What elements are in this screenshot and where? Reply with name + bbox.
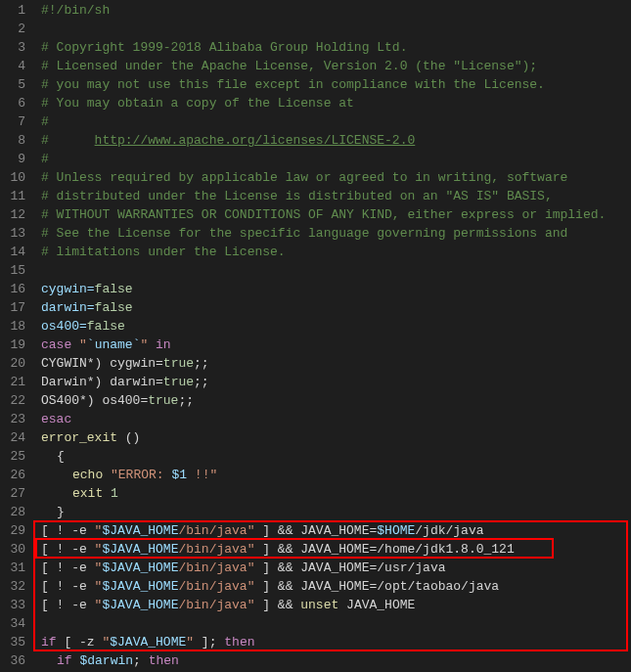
code-line: [ ! -e "$JAVA_HOME/bin/java" ] && JAVA_H… (41, 540, 631, 559)
code-line (41, 20, 631, 38)
line-number: 7 (0, 112, 25, 131)
code-line: # you may not use this file except in co… (41, 75, 631, 94)
line-number: 19 (0, 336, 25, 354)
code-line: # (41, 112, 631, 131)
line-number: 32 (0, 577, 25, 596)
line-number: 12 (0, 205, 25, 224)
comment: # limitations under the License. (41, 245, 286, 259)
line-number: 6 (0, 94, 25, 112)
code-line: { (41, 447, 631, 466)
line-number: 18 (0, 317, 25, 336)
line-number: 34 (0, 614, 25, 633)
code-line: OS400*) os400=true;; (41, 391, 631, 410)
code-line (41, 261, 631, 280)
code-line: # See the License for the specific langu… (41, 224, 631, 243)
code-line: Darwin*) darwin=true;; (41, 373, 631, 391)
line-number: 22 (0, 391, 25, 410)
shebang: #!/bin/sh (41, 3, 110, 18)
line-number: 15 (0, 261, 25, 280)
line-number: 36 (0, 651, 25, 670)
line-number: 14 (0, 243, 25, 261)
line-number: 4 (0, 57, 25, 75)
code-line: # WITHOUT WARRANTIES OR CONDITIONS OF AN… (41, 205, 631, 224)
code-line: # http://www.apache.org/licenses/LICENSE… (41, 131, 631, 150)
line-number: 24 (0, 428, 25, 447)
code-line: # distributed under the License is distr… (41, 187, 631, 205)
code-line: [ ! -e "$JAVA_HOME/bin/java" ] && unset … (41, 596, 631, 614)
code-editor-content[interactable]: #!/bin/sh # Copyright 1999-2018 Alibaba … (35, 0, 631, 672)
line-number: 28 (0, 503, 25, 521)
code-line: [ ! -e "$JAVA_HOME/bin/java" ] && JAVA_H… (41, 521, 631, 540)
code-line: } (41, 503, 631, 521)
line-number: 3 (0, 38, 25, 57)
line-number: 1 (0, 1, 25, 20)
code-line: # Licensed under the Apache License, Ver… (41, 57, 631, 75)
code-line: case "`uname`" in (41, 336, 631, 354)
line-number: 10 (0, 168, 25, 187)
line-number: 16 (0, 280, 25, 298)
line-number: 9 (0, 150, 25, 168)
code-line (41, 614, 631, 633)
comment: # distributed under the License is distr… (41, 189, 553, 203)
line-number-gutter: 1234567891011121314151617181920212223242… (0, 0, 35, 672)
code-line: # Unless required by applicable law or a… (41, 168, 631, 187)
line-number: 29 (0, 521, 25, 540)
line-number: 23 (0, 410, 25, 428)
line-number: 8 (0, 131, 25, 150)
line-number: 35 (0, 633, 25, 651)
code-line: # limitations under the License. (41, 243, 631, 261)
line-number: 27 (0, 484, 25, 503)
line-number: 13 (0, 224, 25, 243)
code-line: exit 1 (41, 484, 631, 503)
line-number: 31 (0, 559, 25, 577)
comment: # Copyright 1999-2018 Alibaba Group Hold… (41, 40, 407, 55)
code-line: # You may obtain a copy of the License a… (41, 94, 631, 112)
line-number: 21 (0, 373, 25, 391)
line-number: 5 (0, 75, 25, 94)
code-line: [ ! -e "$JAVA_HOME/bin/java" ] && JAVA_H… (41, 577, 631, 596)
comment: # (41, 114, 49, 129)
code-line: CYGWIN*) cygwin=true;; (41, 354, 631, 373)
code-line: cygwin=false (41, 280, 631, 298)
comment: # you may not use this file except in co… (41, 77, 545, 92)
comment: # Licensed under the Apache License, Ver… (41, 59, 537, 73)
line-number: 25 (0, 447, 25, 466)
comment: # (41, 152, 49, 166)
comment: # Unless required by applicable law or a… (41, 170, 567, 185)
code-line: [ ! -e "$JAVA_HOME/bin/java" ] && JAVA_H… (41, 559, 631, 577)
line-number: 30 (0, 540, 25, 559)
comment: # WITHOUT WARRANTIES OR CONDITIONS OF AN… (41, 207, 606, 222)
line-number: 26 (0, 466, 25, 484)
line-number: 33 (0, 596, 25, 614)
line-number: 17 (0, 298, 25, 317)
code-line: # Copyright 1999-2018 Alibaba Group Hold… (41, 38, 631, 57)
line-number: 11 (0, 187, 25, 205)
code-line: darwin=false (41, 298, 631, 317)
license-url[interactable]: http://www.apache.org/licenses/LICENSE-2… (95, 133, 416, 148)
code-line: error_exit () (41, 428, 631, 447)
code-line: esac (41, 410, 631, 428)
code-line: echo "ERROR: $1 !!" (41, 466, 631, 484)
code-line: if $darwin; then (41, 651, 631, 670)
line-number: 2 (0, 20, 25, 38)
comment: # (41, 133, 95, 148)
code-line: #!/bin/sh (41, 1, 631, 20)
line-number: 20 (0, 354, 25, 373)
comment: # You may obtain a copy of the License a… (41, 96, 354, 111)
code-line: os400=false (41, 317, 631, 336)
code-line: # (41, 150, 631, 168)
code-line: if [ -z "$JAVA_HOME" ]; then (41, 633, 631, 651)
comment: # See the License for the specific langu… (41, 226, 567, 241)
